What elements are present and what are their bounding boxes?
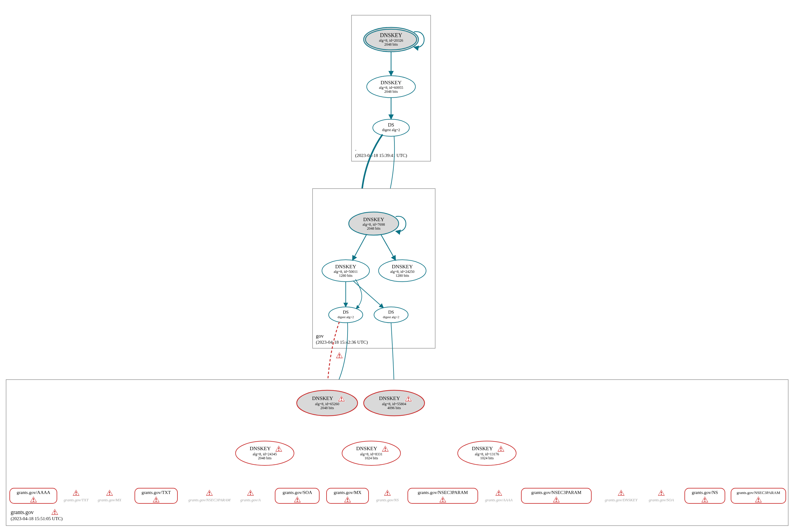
svg-text:1024 bits: 1024 bits <box>480 456 494 460</box>
zone-gov-label: gov <box>316 333 324 339</box>
svg-text:alg=8, id=24345: alg=8, id=24345 <box>253 452 277 456</box>
svg-text:grants.gov/SOA: grants.gov/SOA <box>282 490 312 495</box>
node-grants-k55804[interactable]: DNSKEY alg=8, id=55804 4096 bits <box>364 390 425 416</box>
node-root-ds[interactable]: DS digest alg=2 <box>373 119 409 136</box>
svg-text:2048 bits: 2048 bits <box>384 42 398 46</box>
svg-text:DS: DS <box>388 122 394 128</box>
svg-text:grants.gov/MX: grants.gov/MX <box>98 498 122 502</box>
svg-text:alg=8, id=50011: alg=8, id=50011 <box>334 269 357 274</box>
svg-text:alg=8, id=13176: alg=8, id=13176 <box>475 452 499 456</box>
node-grants-k65260[interactable]: DNSKEY alg=8, id=65260 2048 bits <box>297 390 357 416</box>
svg-point-28 <box>329 307 363 323</box>
node-gov-ds1[interactable]: DS digest alg=2 <box>329 307 363 323</box>
svg-text:DNSKEY: DNSKEY <box>312 395 333 401</box>
svg-text:1024 bits: 1024 bits <box>365 456 378 460</box>
svg-text:grants.gov/DNSKEY: grants.gov/DNSKEY <box>605 498 638 502</box>
svg-text:2048 bits: 2048 bits <box>367 226 381 231</box>
svg-text:digest alg=2: digest alg=2 <box>337 315 354 319</box>
svg-text:2048 bits: 2048 bits <box>258 456 272 460</box>
zone-grants-timestamp: (2023-04-18 15:51:05 UTC) <box>11 516 63 521</box>
svg-text:grants.gov/NSEC3PARAM: grants.gov/NSEC3PARAM <box>418 490 468 495</box>
node-gov-ksk[interactable]: DNSKEY alg=8, id=7698 2048 bits <box>349 212 399 235</box>
node-gov-zsk2[interactable]: DNSKEY alg=8, id=24250 1280 bits <box>378 260 426 282</box>
svg-text:4096 bits: 4096 bits <box>387 406 401 410</box>
svg-text:grants.gov/NS: grants.gov/NS <box>692 490 718 495</box>
svg-text:DNSKEY: DNSKEY <box>335 264 356 269</box>
svg-text:DNSKEY: DNSKEY <box>356 445 377 451</box>
node-gov-zsk1[interactable]: DNSKEY alg=8, id=50011 1280 bits <box>322 260 369 282</box>
svg-text:1280 bits: 1280 bits <box>395 273 409 278</box>
node-grants-k24345[interactable]: DNSKEY alg=8, id=24345 2048 bits <box>236 441 294 466</box>
svg-text:grants.gov/TXT: grants.gov/TXT <box>63 498 89 502</box>
svg-text:alg=8, id=65260: alg=8, id=65260 <box>315 402 339 406</box>
svg-text:DNSKEY: DNSKEY <box>380 32 402 38</box>
node-root-zsk[interactable]: DNSKEY alg=8, id=60955 2048 bits <box>367 76 416 98</box>
zone-grants-label: grants.gov <box>11 509 34 515</box>
svg-text:1280 bits: 1280 bits <box>339 273 353 278</box>
svg-text:DNSKEY: DNSKEY <box>381 80 402 86</box>
svg-text:DNSKEY: DNSKEY <box>392 264 413 269</box>
svg-text:grants.gov/NSEC3PARAM: grants.gov/NSEC3PARAM <box>188 498 231 502</box>
warning-icon <box>336 352 343 358</box>
rrset-soa-1[interactable]: grants.gov/SOA <box>275 488 319 504</box>
svg-text:grants.gov/SOA: grants.gov/SOA <box>649 498 674 502</box>
svg-text:alg=8, id=60955: alg=8, id=60955 <box>379 86 403 90</box>
zone-root-timestamp: (2023-04-18 15:39:41 UTC) <box>355 153 407 158</box>
svg-text:DNSKEY: DNSKEY <box>379 395 400 401</box>
rrset-nsec3param-3[interactable]: grants.gov/NSEC3PARAM <box>731 488 786 504</box>
svg-text:grants.gov/AAAA: grants.gov/AAAA <box>17 490 51 495</box>
svg-text:DNSKEY: DNSKEY <box>472 445 493 451</box>
rrset-ns-1[interactable]: grants.gov/NS <box>685 488 725 504</box>
svg-text:grants.gov/TXT: grants.gov/TXT <box>142 490 171 495</box>
svg-text:alg=8, id=55804: alg=8, id=55804 <box>382 402 406 406</box>
svg-text:digest alg=2: digest alg=2 <box>382 128 400 132</box>
svg-text:grants.gov/A: grants.gov/A <box>240 498 261 502</box>
svg-text:grants.gov/MX: grants.gov/MX <box>334 490 361 495</box>
zone-grants: grants.gov (2023-04-18 15:51:05 UTC) DNS… <box>6 380 788 526</box>
zone-root: . (2023-04-18 15:39:41 UTC) DNSKEY alg=8… <box>351 15 431 161</box>
svg-text:alg=8, id=7698: alg=8, id=7698 <box>363 222 385 227</box>
svg-text:2048 bits: 2048 bits <box>384 90 398 94</box>
svg-text:2048 bits: 2048 bits <box>320 406 334 410</box>
zone-gov: gov (2023-04-18 15:42:36 UTC) DNSKEY alg… <box>313 189 435 348</box>
node-gov-ds2[interactable]: DS digest alg=2 <box>374 307 408 323</box>
zone-gov-timestamp: (2023-04-18 15:42:36 UTC) <box>316 340 368 345</box>
rrset-txt-1[interactable]: grants.gov/TXT <box>135 488 178 504</box>
svg-text:alg=8, id=20326: alg=8, id=20326 <box>379 38 403 43</box>
svg-text:alg=8, id=24250: alg=8, id=24250 <box>390 269 414 274</box>
node-root-ksk[interactable]: DNSKEY alg=8, id=20326 2048 bits <box>364 27 419 52</box>
svg-text:grants.gov/NS: grants.gov/NS <box>376 498 399 502</box>
svg-text:DS: DS <box>343 310 349 315</box>
rrset-aaaa-1[interactable]: grants.gov/AAAA <box>10 488 57 504</box>
node-grants-k8331[interactable]: DNSKEY alg=8, id=8331 1024 bits <box>342 441 401 466</box>
zone-root-label: . <box>355 146 356 151</box>
svg-text:grants.gov/NSEC3PARAM: grants.gov/NSEC3PARAM <box>531 490 581 495</box>
svg-text:DS: DS <box>388 310 394 315</box>
svg-text:alg=8, id=8331: alg=8, id=8331 <box>360 452 383 456</box>
svg-text:grants.gov/NSEC3PARAM: grants.gov/NSEC3PARAM <box>737 490 780 495</box>
node-grants-k13176[interactable]: DNSKEY alg=8, id=13176 1024 bits <box>458 441 516 466</box>
svg-text:digest alg=2: digest alg=2 <box>383 315 399 319</box>
svg-text:DNSKEY: DNSKEY <box>363 216 384 222</box>
svg-text:grants.gov/AAAA: grants.gov/AAAA <box>485 498 513 502</box>
rrset-nsec3param-1[interactable]: grants.gov/NSEC3PARAM <box>408 488 478 504</box>
rrset-nsec3param-2[interactable]: grants.gov/NSEC3PARAM <box>521 488 591 504</box>
svg-text:DNSKEY: DNSKEY <box>250 445 271 451</box>
rrset-mx-1[interactable]: grants.gov/MX <box>327 488 369 504</box>
svg-point-31 <box>374 307 408 323</box>
